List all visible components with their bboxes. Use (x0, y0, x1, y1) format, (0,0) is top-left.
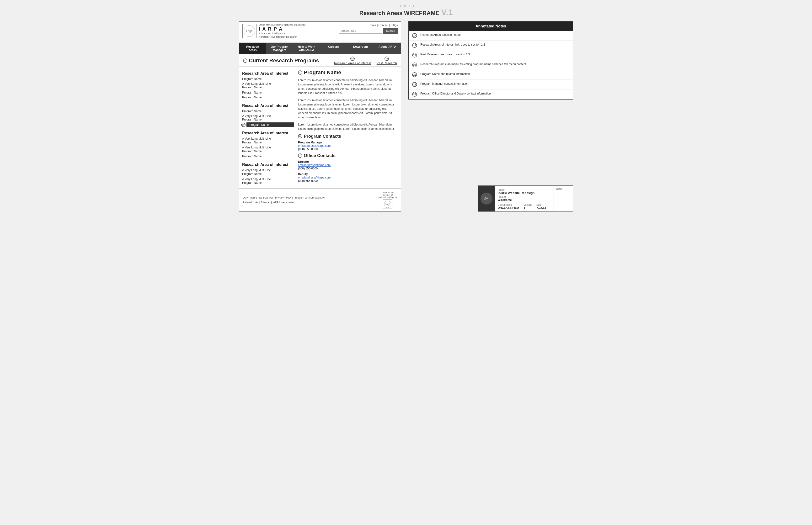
note-item-23: 23 Program Office Director and Deputy co… (409, 89, 573, 99)
annotation-20: 20 (241, 123, 246, 127)
deputy-label: Deputy (298, 172, 397, 176)
tagline: Advancing Intelligence Through Revolutio… (259, 32, 305, 39)
nav-about[interactable]: About IARPA (374, 43, 401, 54)
sidebar-section-3-title: Research Area of Interest (239, 129, 294, 136)
office-contacts-title: 23 Office Contacts (298, 153, 397, 158)
sidebar-item[interactable]: Program Name (239, 77, 294, 81)
annotation-19: 19 (385, 57, 389, 61)
version-value: 1 (524, 206, 532, 210)
annotation-22: 22 (298, 134, 302, 138)
note-item-20: 20 Research Programs tab menu: Selecting… (409, 60, 573, 70)
annotation-21: 21 (298, 70, 302, 75)
note-badge-21: 21 (412, 72, 417, 77)
deputy-email[interactable]: emailaddress@iarpa.com (298, 176, 397, 179)
program-manager-group: Program Manager emailaddress@iarpa.com (… (298, 141, 397, 151)
right-panel: Annotated Notes 17 Research Areas: Secti… (408, 21, 573, 212)
date-value: 7.22.13 (536, 206, 546, 210)
program-name: Program Name (304, 70, 341, 76)
program-manager-phone: (000) 555-0000 (298, 148, 397, 151)
sidebar-section-4-title: Research Area of Interest (239, 161, 294, 168)
sidebar-item[interactable]: A Very Long Multi-LineProgram Name (239, 136, 294, 145)
note-item-21: 21 Program Name and related information (409, 70, 573, 80)
sidebar-item-selected[interactable]: Program Name (246, 122, 294, 127)
site-footer: ODNI Home | No Fear Act | Privacy Policy… (239, 189, 401, 211)
sidebar-item[interactable]: Program Name (239, 109, 294, 114)
sidebar-item[interactable]: A Very Long Multi-LineProgram Name (239, 168, 294, 177)
program-body-1: Lorem ipsum dolor sit amet, consectetur … (298, 78, 397, 95)
page-version: V.1 (441, 7, 453, 17)
date-label: Date (536, 204, 546, 206)
contacts-section: 22 Program Contacts Program Manager emai… (298, 134, 397, 183)
program-manager-email[interactable]: emailaddress@iarpa.com (298, 144, 397, 148)
search-input[interactable] (339, 28, 382, 34)
note-item-19: 19 Past Research link: goes to section 1… (409, 50, 573, 60)
info-logo: iP (480, 193, 492, 205)
version-label: Version (524, 204, 532, 206)
deputy-phone: (000) 555-0000 (298, 179, 397, 183)
sidebar-item[interactable]: Program Name (239, 154, 294, 159)
nav-research-areas[interactable]: ResearchAreas (239, 43, 266, 54)
program-body-2: Lorem ipsum dolor sit amet, consectetur … (298, 98, 397, 120)
note-text-20: Research Programs tab menu: Selecting pr… (420, 62, 526, 66)
nav-how-to-work[interactable]: How to Workwith IARPA (293, 43, 320, 54)
product-value: Wireframe (498, 198, 551, 202)
note-text-22: Program Manager contact information (420, 82, 468, 86)
nav-newsroom[interactable]: Newsroom (347, 43, 374, 54)
director-email[interactable]: emailaddress@iarpa.com (298, 163, 397, 167)
site-header: Logo Office of the Director of National … (239, 22, 401, 43)
classification-label: Classification (498, 204, 519, 206)
sidebar-item[interactable]: Program Name (239, 95, 294, 100)
research-areas-of-interest-link[interactable]: Research Areas of Interest (334, 61, 371, 65)
search-button[interactable]: Search (383, 28, 398, 34)
note-text-17: Research Areas: Section header (420, 33, 462, 36)
nav-program-managers[interactable]: Our ProgramManagers (266, 43, 293, 54)
annotation-17: 17 (243, 59, 247, 63)
program-detail: 21 Program Name Lorem ipsum dolor sit am… (294, 66, 401, 189)
notes-label: Notes (556, 188, 570, 190)
program-body-3: Lorem ipsum dolor sit amet, consectetur … (298, 122, 397, 131)
sidebar-item[interactable]: A Very Long Multi-LineProgram Name (239, 81, 294, 90)
annotation-23: 23 (298, 153, 302, 158)
director-phone: (000) 555-0000 (298, 167, 397, 170)
agency-name: Office of the Director of National Intel… (259, 24, 305, 26)
sidebar-item[interactable]: A Very Long Multi-LineProgram Name (239, 114, 294, 122)
sidebar-item[interactable]: Program Name (239, 90, 294, 95)
footer-links: ODNI Home | No Fear Act | Privacy Policy… (243, 195, 325, 205)
page-title: Research Areas WIREFRAME (359, 10, 439, 16)
note-badge-22: 22 (412, 82, 417, 87)
info-notes-col: Notes (554, 186, 573, 211)
past-research-link[interactable]: Past Research (377, 61, 397, 65)
sidebar-section-2-title: Research Area of Interest (239, 102, 294, 109)
content-body: Research Area of Interest Program Name A… (239, 66, 401, 189)
sidebar-item[interactable]: A Very Long Multi-LineProgram Name (239, 145, 294, 154)
header-nav-links[interactable]: Home | Contact | FAQs (368, 24, 398, 27)
header-logo: Logo (242, 24, 257, 38)
sidebar-item[interactable]: A Very Long Multi-LineProgram Name (239, 177, 294, 186)
program-manager-label: Program Manager (298, 141, 397, 144)
note-item-22: 22 Program Manager contact information (409, 80, 573, 89)
note-badge-20: 20 (412, 62, 417, 67)
info-box: iP Project IARPA Website Redesign Produc… (478, 185, 573, 212)
program-name-header: 21 Program Name (298, 70, 397, 76)
note-item-18: 18 Research Areas of Interest link: goes… (409, 41, 573, 50)
info-logo-area: iP (478, 186, 495, 211)
note-text-23: Program Office Director and Deputy conta… (420, 92, 491, 95)
wireframe-panel: Logo Office of the Director of National … (239, 21, 401, 212)
iarpa-subtitle: I A R P A (5, 5, 807, 7)
product-label: Product (498, 196, 551, 198)
note-badge-23: 23 (412, 92, 417, 97)
annotated-notes: Annotated Notes 17 Research Areas: Secti… (408, 21, 573, 100)
notes-header: Annotated Notes (409, 22, 573, 31)
note-text-18: Research Areas of Interest link: goes to… (420, 43, 485, 46)
deputy-group: Deputy emailaddress@iarpa.com (000) 555-… (298, 172, 397, 183)
sidebar: Research Area of Interest Program Name A… (239, 66, 294, 189)
project-title: IARPA Website Redesign (498, 191, 551, 195)
main-nav: ResearchAreas Our ProgramManagers How to… (239, 43, 401, 54)
note-badge-19: 19 (412, 53, 417, 58)
program-contacts-title: 22 Program Contacts (298, 134, 397, 139)
footer-logo: Office of theDirector ofNational Intelli… (378, 191, 397, 209)
project-label: Project (498, 189, 551, 191)
nav-careers[interactable]: Careers (320, 43, 347, 54)
note-text-21: Program Name and related information (420, 72, 470, 76)
director-group: Director emailaddress@iarpa.com (000) 55… (298, 160, 397, 170)
